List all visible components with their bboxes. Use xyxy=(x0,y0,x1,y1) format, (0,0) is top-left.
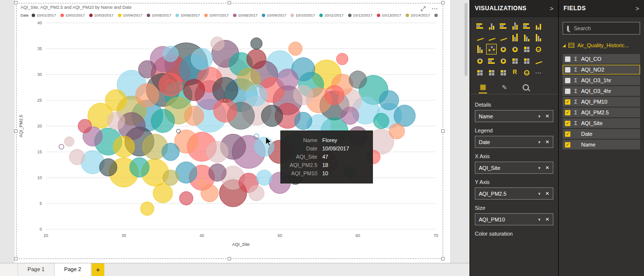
bubble[interactable] xyxy=(78,119,92,133)
stacked-area-chart-icon[interactable] xyxy=(498,32,508,43)
tab-format[interactable]: ✎ xyxy=(501,81,508,93)
table-icon[interactable] xyxy=(486,67,497,78)
slicer-icon[interactable] xyxy=(474,67,485,78)
bubble[interactable] xyxy=(349,71,367,89)
clustered-column-chart-icon[interactable] xyxy=(509,20,520,31)
chevron-down-icon[interactable]: ▾ xyxy=(538,140,541,145)
bubble[interactable] xyxy=(201,184,218,202)
remove-field-icon[interactable]: ✕ xyxy=(546,191,549,196)
chevron-down-icon[interactable]: ▾ xyxy=(538,217,541,222)
more-visuals-icon[interactable]: ⋯ xyxy=(533,67,544,78)
remove-field-icon[interactable]: ✕ xyxy=(546,165,549,170)
field-row-name[interactable]: ✓Name xyxy=(563,140,640,149)
legend-item[interactable]: 10/10/2017 xyxy=(291,13,315,18)
map-icon[interactable] xyxy=(533,44,544,55)
legend-item[interactable]: 10/12/2017 xyxy=(348,13,372,18)
bubble[interactable] xyxy=(294,112,312,129)
more-options-icon[interactable]: ⋯ xyxy=(431,5,438,12)
expand-table-icon[interactable]: ◢ xyxy=(563,43,566,48)
bubble[interactable] xyxy=(261,105,283,127)
bubble[interactable] xyxy=(163,46,178,62)
bubble[interactable] xyxy=(99,159,117,176)
bubble[interactable] xyxy=(209,164,226,181)
chevron-down-icon[interactable]: ▾ xyxy=(538,166,541,170)
chevron-down-icon[interactable]: ▾ xyxy=(538,191,541,196)
bubble[interactable] xyxy=(183,79,205,101)
100-stacked-bar-chart-icon[interactable] xyxy=(521,20,532,31)
collapse-pane-icon[interactable]: > xyxy=(549,5,553,12)
legend-item[interactable]: 10/01/2017 xyxy=(32,13,56,18)
field-row-aqi-o3-1hr[interactable]: ΣAQI_O3_1hr xyxy=(563,75,640,85)
legend-item[interactable]: 10/02/2017 xyxy=(60,13,85,18)
scatter-chart-visual[interactable]: AQI_Site, AQI_PM2.5 and AQI_PM10 by Name… xyxy=(16,3,443,259)
legend-item[interactable]: 10/05/2017 xyxy=(147,13,171,18)
bubble[interactable] xyxy=(136,83,159,107)
bubble[interactable] xyxy=(246,84,267,106)
bubble[interactable] xyxy=(249,185,264,201)
legend-item[interactable]: 10/09/2017 xyxy=(262,13,286,18)
stacked-bar-chart-icon[interactable] xyxy=(474,20,485,31)
bubble[interactable] xyxy=(341,107,359,125)
bubble[interactable] xyxy=(211,37,224,50)
field-checkbox[interactable] xyxy=(565,89,570,94)
bubble[interactable] xyxy=(113,136,135,157)
donut-chart-icon[interactable] xyxy=(509,44,520,55)
field-checkbox[interactable]: ✓ xyxy=(565,131,570,137)
remove-field-icon[interactable]: ✕ xyxy=(546,139,549,145)
legend-item[interactable]: 10/13/2017 xyxy=(377,13,401,18)
details-well-dropdown[interactable]: Name▾✕ xyxy=(475,110,553,122)
legend-item[interactable]: 10/07/2017 xyxy=(204,13,229,18)
x-axis-well-dropdown[interactable]: AQI_Site▾✕ xyxy=(475,162,553,174)
bubble[interactable] xyxy=(254,137,274,156)
bubble[interactable] xyxy=(140,202,154,216)
bubble[interactable] xyxy=(325,85,344,105)
page-tab-page-1[interactable]: Page 1 xyxy=(18,263,55,276)
filled-map-icon[interactable] xyxy=(474,55,485,66)
resize-handle[interactable] xyxy=(14,129,18,133)
resize-handle[interactable] xyxy=(441,1,445,4)
vertical-scrollbar[interactable] xyxy=(464,2,468,260)
legend-item[interactable]: 10/08/2017 xyxy=(233,13,257,18)
field-row-aqi-no2[interactable]: ΣAQI_NO2 xyxy=(563,65,640,74)
field-checkbox[interactable] xyxy=(565,67,570,73)
bubble[interactable] xyxy=(184,106,204,126)
gauge-icon[interactable] xyxy=(498,55,508,66)
bubble[interactable] xyxy=(379,91,399,110)
field-row-aqi-site[interactable]: ✓ΣAQI_Site xyxy=(563,118,640,128)
chevron-down-icon[interactable]: ▾ xyxy=(538,114,541,119)
matrix-icon[interactable] xyxy=(498,67,508,78)
r-script-visual-icon[interactable]: R xyxy=(509,67,520,78)
bubble[interactable] xyxy=(163,170,178,185)
bubble[interactable] xyxy=(289,42,302,55)
bubble[interactable] xyxy=(64,137,74,147)
scatter-chart-icon[interactable] xyxy=(486,44,497,55)
field-checkbox[interactable] xyxy=(565,56,570,62)
stacked-column-chart-icon[interactable] xyxy=(486,20,497,31)
kpi-icon[interactable] xyxy=(533,55,544,66)
field-checkbox[interactable] xyxy=(565,78,570,83)
search-input[interactable] xyxy=(573,25,644,32)
bubble[interactable] xyxy=(389,124,405,139)
bubble[interactable] xyxy=(207,141,228,163)
line-and-clustered-column-chart-icon[interactable] xyxy=(509,32,520,43)
bubble[interactable] xyxy=(107,112,125,129)
resize-handle[interactable] xyxy=(14,257,18,260)
field-checkbox[interactable]: ✓ xyxy=(565,142,570,147)
field-checkbox[interactable]: ✓ xyxy=(565,110,570,115)
multi-row-card-icon[interactable] xyxy=(521,55,532,66)
resize-handle[interactable] xyxy=(441,129,445,133)
bubble[interactable] xyxy=(105,90,127,111)
bubble[interactable] xyxy=(256,170,272,185)
bubble[interactable] xyxy=(176,162,197,183)
legend-well-dropdown[interactable]: Date▾✕ xyxy=(475,136,553,148)
arcgis-map-icon[interactable] xyxy=(521,67,532,78)
treemap-icon[interactable] xyxy=(521,44,532,55)
legend-item[interactable]: 10/15/2017 xyxy=(434,13,440,18)
card-icon[interactable] xyxy=(509,55,520,66)
resize-handle[interactable] xyxy=(228,257,231,260)
legend-item[interactable]: 10/14/2017 xyxy=(406,13,430,18)
pie-chart-icon[interactable] xyxy=(498,44,508,55)
bubble[interactable] xyxy=(247,49,266,69)
line-chart-icon[interactable] xyxy=(474,32,485,43)
tab-analytics[interactable] xyxy=(522,81,530,93)
